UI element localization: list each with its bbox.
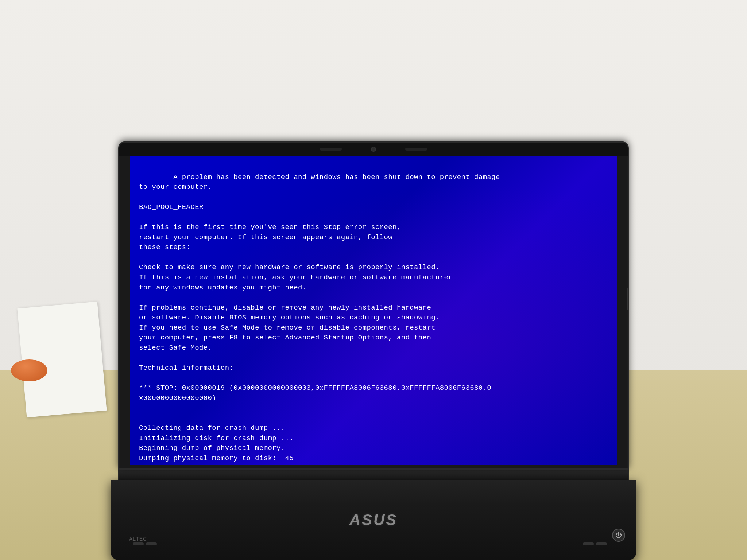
bsod-line6: If this is the first time you've seen th… xyxy=(139,223,401,231)
bsod-initializing: Initializing disk for crash dump ... xyxy=(139,434,294,442)
bsod-line14: If problems continue, disable or remove … xyxy=(139,304,431,312)
laptop-base: ASUS ⏻ ALTEC xyxy=(111,480,636,560)
left-indicators xyxy=(133,542,157,545)
power-button[interactable]: ⏻ xyxy=(612,529,625,542)
bsod-line8: these steps: xyxy=(139,243,190,251)
bsod-error-code: BAD_POOL_HEADER xyxy=(139,203,204,211)
bsod-line1: A problem has been detected and windows … xyxy=(173,173,500,181)
bowl-decoration xyxy=(11,359,47,381)
screen-hinge xyxy=(118,470,629,480)
bsod-tech-info: Technical information: xyxy=(139,364,233,372)
bsod-stop-code2: x0000000000000000) xyxy=(139,394,216,402)
indicator-2 xyxy=(146,542,157,545)
indicator-4 xyxy=(596,542,607,545)
bsod-beginning: Beginning dump of physical memory. xyxy=(139,444,285,452)
bsod-line15: or software. Disable BIOS memory options… xyxy=(139,314,440,322)
power-icon: ⏻ xyxy=(615,532,622,539)
bsod-collecting: Collecting data for crash dump ... xyxy=(139,424,285,432)
screen-lid: A problem has been detected and windows … xyxy=(118,141,629,470)
asus-logo: ASUS xyxy=(349,511,398,529)
bsod-line17: your computer, press F8 to select Advanc… xyxy=(139,334,431,342)
indicator-1 xyxy=(133,542,144,545)
bsod-line16: If you need to use Safe Mode to remove o… xyxy=(139,324,436,332)
right-indicators xyxy=(583,542,607,545)
bsod-line11: If this is a new installation, ask your … xyxy=(139,273,453,281)
indicator-3 xyxy=(583,542,594,545)
bsod-line12: for any windows updates you might need. xyxy=(139,284,307,292)
bsod-dumping: Dumping physical memory to disk: 45 xyxy=(139,454,294,462)
bsod-line18: select Safe Mode. xyxy=(139,344,212,352)
bsod-screen: A problem has been detected and windows … xyxy=(130,156,617,465)
bsod-content: A problem has been detected and windows … xyxy=(139,162,613,461)
bsod-line7: restart your computer. If this screen ap… xyxy=(139,233,392,241)
bsod-line2: to your computer. xyxy=(139,183,212,191)
camera-bar xyxy=(119,143,628,156)
altec-logo: ALTEC xyxy=(129,536,147,542)
camera-left-indicator xyxy=(320,148,342,151)
side-port xyxy=(627,288,629,310)
webcam xyxy=(371,147,376,152)
laptop: A problem has been detected and windows … xyxy=(118,141,629,560)
bsod-line10: Check to make sure any new hardware or s… xyxy=(139,263,440,271)
camera-right-indicator xyxy=(405,148,427,151)
bsod-stop-code: *** STOP: 0x00000019 (0x0000000000000003… xyxy=(139,384,491,392)
